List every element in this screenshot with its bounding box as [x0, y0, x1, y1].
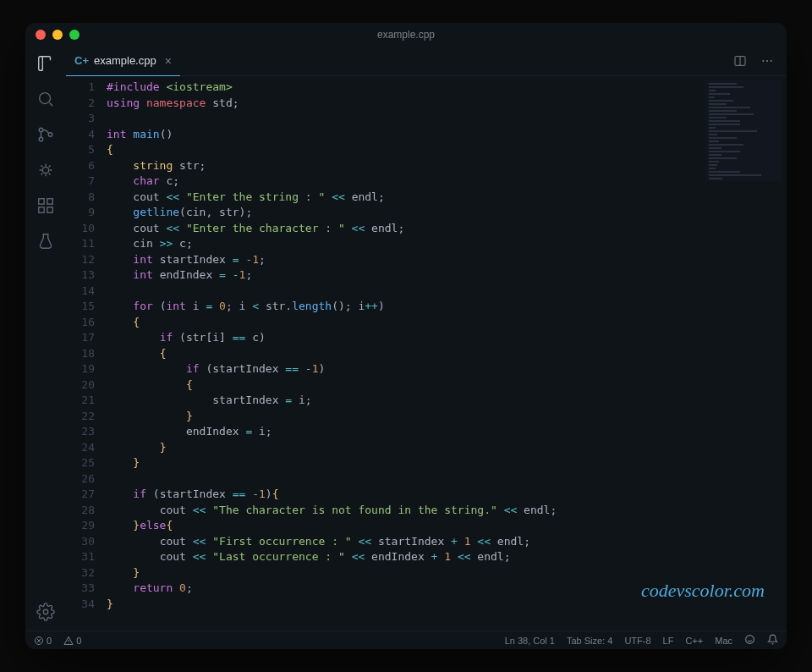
code-line[interactable]: string str; — [107, 158, 787, 174]
line-number: 32 — [66, 565, 95, 581]
code-line[interactable]: } — [107, 440, 787, 456]
code-line[interactable]: int startIndex = -1; — [107, 252, 787, 268]
line-number: 21 — [66, 393, 95, 409]
editor-window: example.cpp — [25, 23, 787, 649]
svg-point-9 — [43, 609, 48, 614]
tab-filename: example.cpp — [94, 54, 156, 67]
svg-point-3 — [48, 133, 52, 137]
status-warnings[interactable]: 0 — [63, 636, 81, 646]
line-number: 25 — [66, 455, 95, 471]
svg-rect-6 — [39, 207, 44, 212]
tab-actions — [732, 53, 787, 69]
line-number: 12 — [66, 252, 95, 268]
code-line[interactable]: int endIndex = -1; — [107, 267, 787, 284]
split-editor-icon[interactable] — [732, 53, 748, 69]
svg-point-2 — [39, 137, 43, 141]
svg-rect-8 — [47, 199, 52, 204]
line-number: 20 — [66, 377, 95, 394]
code-line[interactable]: cout << "The character is not found in t… — [107, 503, 787, 519]
line-number: 33 — [66, 581, 95, 597]
status-feedback-icon[interactable] — [744, 634, 755, 647]
line-number: 31 — [66, 549, 95, 565]
line-number: 11 — [66, 236, 95, 252]
line-number: 15 — [66, 299, 95, 315]
code-line[interactable]: }else{ — [107, 518, 787, 534]
code-line[interactable]: { — [107, 346, 787, 362]
line-number: 29 — [66, 518, 95, 534]
minimize-window-button[interactable] — [52, 30, 63, 40]
line-number: 30 — [66, 534, 95, 550]
status-eol[interactable]: LF — [663, 636, 674, 646]
code-line[interactable]: } — [107, 565, 787, 581]
svg-point-4 — [42, 167, 48, 173]
code-line[interactable] — [107, 471, 787, 487]
testing-icon[interactable] — [36, 231, 56, 251]
svg-rect-5 — [39, 199, 44, 204]
status-language[interactable]: C++ — [685, 636, 703, 646]
code-line[interactable]: cin >> c; — [107, 236, 787, 252]
line-number: 34 — [66, 597, 95, 613]
code-line[interactable]: cout << "Last occurrence : " << endIndex… — [107, 549, 787, 565]
source-control-icon[interactable] — [36, 124, 56, 145]
code-line[interactable]: { — [107, 315, 787, 331]
code-line[interactable] — [107, 111, 787, 127]
extensions-icon[interactable] — [36, 196, 56, 216]
debug-icon[interactable] — [36, 160, 56, 180]
code-line[interactable]: { — [107, 377, 787, 394]
code-line[interactable]: } — [107, 409, 787, 425]
line-number: 26 — [66, 471, 95, 487]
status-cursor-position[interactable]: Ln 38, Col 1 — [505, 636, 555, 646]
line-number: 2 — [66, 96, 95, 112]
code-line[interactable]: if (str[i] == c) — [107, 330, 787, 346]
cpp-file-icon: C+ — [74, 54, 89, 67]
close-window-button[interactable] — [36, 30, 46, 40]
status-os[interactable]: Mac — [715, 636, 732, 646]
tab-example-cpp[interactable]: C+ example.cpp × — [66, 47, 180, 76]
editor-area: C+ example.cpp × 12345678910111213141516… — [66, 47, 787, 631]
main-area: C+ example.cpp × 12345678910111213141516… — [25, 47, 787, 631]
search-icon[interactable] — [36, 89, 56, 109]
code-line[interactable]: if (startIndex == -1){ — [107, 487, 787, 503]
code-line[interactable]: if (startIndex == -1) — [107, 361, 787, 377]
settings-gear-icon[interactable] — [36, 602, 56, 622]
line-number: 9 — [66, 205, 95, 221]
code-line[interactable] — [107, 284, 787, 300]
code-line[interactable]: } — [107, 455, 787, 471]
status-errors[interactable]: 0 — [34, 636, 52, 646]
watermark: codevscolor.com — [641, 580, 765, 602]
code-line[interactable]: startIndex = i; — [107, 393, 787, 409]
line-number: 3 — [66, 111, 95, 127]
line-number: 19 — [66, 361, 95, 377]
explorer-icon[interactable] — [36, 53, 56, 74]
code-line[interactable]: cout << "Enter the string : " << endl; — [107, 190, 787, 206]
code-line[interactable]: int main() — [107, 127, 787, 143]
more-actions-icon[interactable] — [760, 53, 775, 69]
code-line[interactable]: for (int i = 0; i < str.length(); i++) — [107, 299, 787, 315]
line-number: 4 — [66, 127, 95, 143]
code-line[interactable]: cout << "Enter the character : " << endl… — [107, 221, 787, 237]
line-number: 13 — [66, 267, 95, 284]
code-line[interactable]: char c; — [107, 174, 787, 190]
svg-point-15 — [746, 636, 754, 644]
minimap[interactable] — [705, 80, 782, 181]
line-number: 1 — [66, 80, 95, 96]
line-number: 7 — [66, 174, 95, 190]
tab-bar: C+ example.cpp × — [66, 47, 787, 76]
line-number: 8 — [66, 190, 95, 206]
code-line[interactable]: cout << "First occurrence : " << startIn… — [107, 534, 787, 550]
code-line[interactable]: { — [107, 142, 787, 158]
line-number-gutter: 1234567891011121314151617181920212223242… — [66, 76, 107, 631]
maximize-window-button[interactable] — [69, 30, 80, 40]
code-line[interactable]: using namespace std; — [107, 96, 787, 112]
status-notifications-icon[interactable] — [767, 634, 778, 647]
code-content[interactable]: #include <iostream>using namespace std; … — [107, 76, 787, 631]
close-tab-icon[interactable]: × — [165, 54, 172, 68]
code-line[interactable]: #include <iostream> — [107, 80, 787, 96]
status-encoding[interactable]: UTF-8 — [624, 636, 650, 646]
line-number: 17 — [66, 330, 95, 346]
code-line[interactable]: endIndex = i; — [107, 424, 787, 440]
code-area[interactable]: 1234567891011121314151617181920212223242… — [66, 76, 787, 631]
status-tab-size[interactable]: Tab Size: 4 — [567, 636, 612, 646]
line-number: 23 — [66, 424, 95, 440]
code-line[interactable]: getline(cin, str); — [107, 205, 787, 221]
